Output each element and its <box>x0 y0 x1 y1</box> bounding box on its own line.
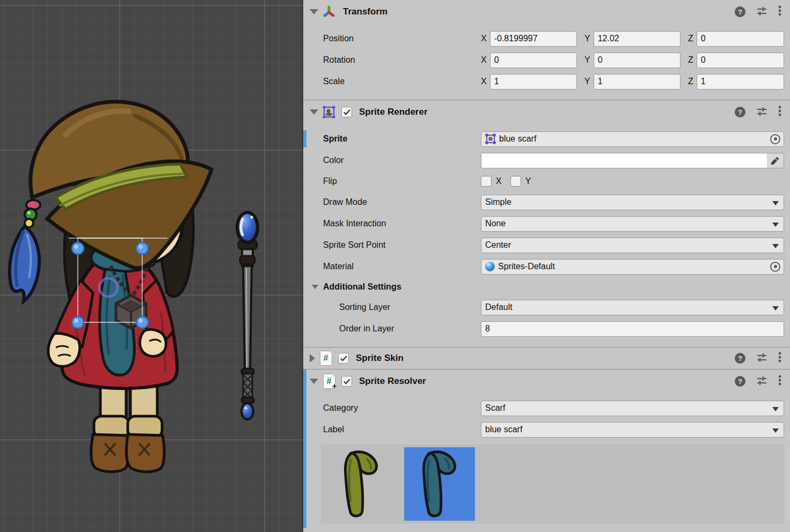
script-icon: # <box>319 351 333 365</box>
flip-x-label: X <box>496 176 502 186</box>
sprite-thumbnail-icon <box>485 134 496 144</box>
sprite-resolver-header[interactable]: #+ Sprite Resolver ? <box>303 370 790 393</box>
sprite-renderer-header[interactable]: Sprite Renderer ? <box>303 100 790 124</box>
kebab-menu-icon[interactable] <box>778 375 781 388</box>
character-sprite[interactable] <box>10 101 211 471</box>
material-object-field[interactable]: Sprites-Default <box>481 259 784 275</box>
scene-view[interactable] <box>0 0 303 532</box>
object-picker-icon[interactable] <box>770 134 780 144</box>
chevron-down-icon <box>772 306 779 311</box>
flip-y-checkbox[interactable] <box>510 176 521 187</box>
category-dropdown[interactable]: Scarf <box>481 401 784 416</box>
help-icon[interactable]: ? <box>735 6 745 17</box>
field-label: Color <box>303 156 481 165</box>
rotation-x-field[interactable]: 0 <box>490 53 577 68</box>
order-in-layer-field[interactable]: 8 <box>481 321 784 337</box>
component-enabled-checkbox[interactable] <box>341 107 352 117</box>
foldout-collapsed-icon[interactable] <box>310 354 315 363</box>
presets-icon[interactable] <box>757 375 767 388</box>
order-in-layer-row: Order in Layer 8 <box>303 318 790 339</box>
scale-y-field[interactable]: 1 <box>594 74 681 90</box>
component-title: Sprite Resolver <box>359 376 426 387</box>
foldout-expanded-icon[interactable] <box>310 109 318 115</box>
chevron-down-icon <box>772 223 779 227</box>
mask-interaction-dropdown[interactable]: None <box>481 216 784 232</box>
unity-editor: Transform ? Position X-0.8199997 Y12.02 … <box>0 0 790 532</box>
axis-x-label: X <box>481 34 487 43</box>
color-swatch[interactable] <box>481 153 767 168</box>
axis-x-label: X <box>481 77 487 86</box>
axis-y-label: Y <box>584 77 590 86</box>
help-icon[interactable]: ? <box>735 107 745 117</box>
field-label: Flip <box>303 176 481 186</box>
foldout-expanded-icon[interactable] <box>310 379 318 384</box>
help-icon[interactable]: ? <box>735 376 745 387</box>
axis-y-label: Y <box>584 34 590 43</box>
field-label: Sorting Layer <box>303 302 481 312</box>
kebab-menu-icon[interactable] <box>778 5 781 18</box>
component-title: Transform <box>343 6 387 17</box>
field-label: Material <box>303 262 481 271</box>
field-label: Order in Layer <box>303 324 481 334</box>
label-dropdown[interactable]: blue scarf <box>481 422 784 438</box>
component-title: Sprite Skin <box>356 353 404 364</box>
scene-canvas[interactable] <box>0 0 303 532</box>
staff-sprite[interactable] <box>237 212 258 419</box>
presets-icon[interactable] <box>757 106 767 119</box>
axis-z-label: Z <box>688 34 693 43</box>
presets-icon[interactable] <box>757 6 767 18</box>
foldout-expanded-icon[interactable] <box>310 9 318 14</box>
category-row: Category Scarf <box>303 397 790 419</box>
sprite-skin-header[interactable]: # Sprite Skin ? <box>303 348 790 369</box>
additional-settings-foldout[interactable]: Additional Settings <box>303 277 790 297</box>
kebab-menu-icon[interactable] <box>778 352 781 365</box>
object-picker-icon[interactable] <box>770 262 780 272</box>
flip-x-checkbox[interactable] <box>481 176 492 187</box>
scale-x-field[interactable]: 1 <box>490 74 577 90</box>
field-label: Draw Mode <box>303 197 481 207</box>
sprite-object-value: blue scarf <box>499 134 536 144</box>
selection-handle <box>72 242 84 254</box>
chevron-down-icon <box>772 201 779 205</box>
sprite-object-field[interactable]: blue scarf <box>481 131 784 147</box>
flip-row: Flip X Y <box>303 171 790 191</box>
sorting-layer-dropdown[interactable]: Default <box>481 300 784 315</box>
sprite-renderer-component: Sprite Renderer ? Sprite blue scarf <box>303 100 790 347</box>
scale-z-field[interactable]: 1 <box>697 74 784 90</box>
field-label: Category <box>303 403 481 413</box>
foldout-expanded-icon[interactable] <box>312 285 318 289</box>
rotation-z-field[interactable]: 0 <box>697 53 784 68</box>
axis-y-label: Y <box>584 55 590 65</box>
draw-mode-dropdown[interactable]: Simple <box>481 195 784 210</box>
position-x-field[interactable]: -0.8199997 <box>490 31 577 47</box>
draw-mode-row: Draw Mode Simple <box>303 191 790 213</box>
sprite-row: Sprite blue scarf <box>303 128 790 150</box>
transform-header[interactable]: Transform ? <box>303 0 790 24</box>
variant-blue-scarf-selected[interactable] <box>404 447 475 521</box>
presets-icon[interactable] <box>757 352 767 365</box>
chevron-down-icon <box>772 428 779 433</box>
field-label: Sprite Sort Point <box>303 240 481 250</box>
rotation-y-field[interactable]: 0 <box>594 53 681 68</box>
sprite-sort-point-dropdown[interactable]: Center <box>481 238 784 253</box>
kebab-menu-icon[interactable] <box>778 106 781 119</box>
position-z-field[interactable]: 0 <box>697 31 784 47</box>
field-label: Scale <box>303 77 481 86</box>
component-enabled-checkbox[interactable] <box>341 376 352 387</box>
selection-handle <box>136 242 148 254</box>
position-y-field[interactable]: 12.02 <box>594 31 681 47</box>
transform-component: Transform ? Position X-0.8199997 Y12.02 … <box>303 0 790 100</box>
variant-green-scarf[interactable] <box>326 447 397 521</box>
field-label: Label <box>303 425 481 434</box>
component-enabled-checkbox[interactable] <box>338 353 349 364</box>
field-label: Rotation <box>303 55 481 65</box>
eyedropper-icon[interactable] <box>767 153 784 168</box>
mask-interaction-row: Mask Interaction None <box>303 213 790 234</box>
selection-handle <box>72 316 84 328</box>
color-swatch-field[interactable] <box>481 153 784 168</box>
material-object-value: Sprites-Default <box>498 262 555 271</box>
scale-row: Scale X1 Y1 Z1 <box>303 71 790 92</box>
help-icon[interactable]: ? <box>735 353 745 364</box>
field-label: Position <box>303 34 481 43</box>
sprite-variant-strip <box>321 445 785 523</box>
